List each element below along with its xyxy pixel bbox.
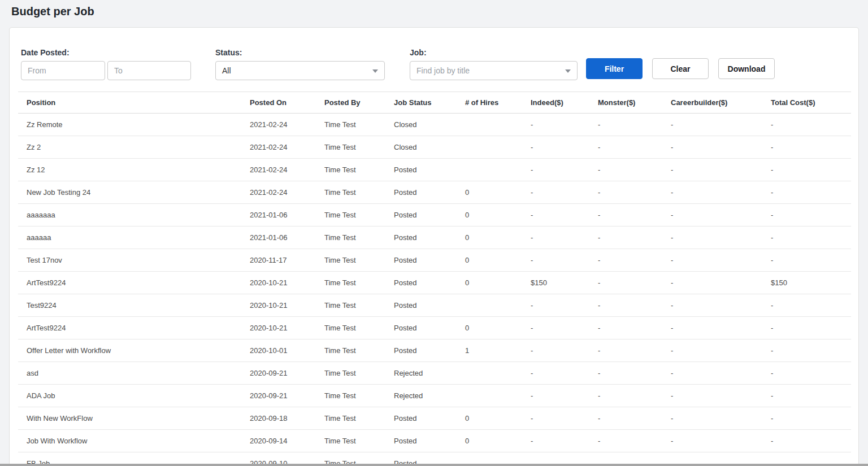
- cell-position: With New WorkFlow: [18, 407, 241, 430]
- cell-position: Job With Workflow: [18, 430, 241, 452]
- status-filter-group: Status: All: [215, 48, 385, 80]
- table-row: Job With Workflow 2020-09-14 Time Test P…: [18, 430, 851, 452]
- cell-careerbuilder: -: [662, 339, 762, 362]
- cell-careerbuilder: -: [662, 204, 762, 227]
- cell-posted-by: Time Test: [316, 407, 385, 430]
- budget-table: Position Posted On Posted By Job Status …: [18, 92, 851, 466]
- download-button[interactable]: Download: [718, 58, 775, 79]
- table-row: Test 17nov 2020-11-17 Time Test Posted 0…: [18, 249, 851, 272]
- cell-total-cost: -: [762, 136, 851, 159]
- cell-careerbuilder: -: [662, 272, 762, 294]
- cell-monster: -: [589, 159, 662, 181]
- table-body: Zz Remote 2021-02-24 Time Test Closed - …: [18, 114, 851, 466]
- cell-posted-on: 2021-01-06: [241, 227, 316, 249]
- cell-total-cost: -: [762, 339, 851, 362]
- cell-total-cost: -: [762, 294, 851, 317]
- status-select[interactable]: All: [215, 61, 385, 80]
- cell-posted-on: 2020-11-17: [241, 249, 316, 272]
- cell-posted-on: 2020-09-18: [241, 407, 316, 430]
- cell-indeed: -: [522, 136, 589, 159]
- cell-total-cost: -: [762, 407, 851, 430]
- cell-position: aaaaaa: [18, 227, 241, 249]
- chevron-down-icon: [565, 69, 571, 73]
- cell-monster: -: [589, 385, 662, 407]
- horizontal-scrollbar[interactable]: [0, 464, 868, 466]
- cell-position: Offer Letter with Workflow: [18, 339, 241, 362]
- table-row: Zz 12 2021-02-24 Time Test Posted - - - …: [18, 159, 851, 181]
- cell-job-status: Posted: [385, 317, 457, 339]
- cell-posted-on: 2020-09-14: [241, 430, 316, 452]
- cell-job-status: Posted: [385, 249, 457, 272]
- cell-careerbuilder: -: [662, 317, 762, 339]
- cell-monster: -: [589, 181, 662, 204]
- cell-total-cost: -: [762, 114, 851, 136]
- table-row: asd 2020-09-21 Time Test Rejected - - - …: [18, 362, 851, 385]
- date-to-input[interactable]: [107, 61, 191, 80]
- clear-button[interactable]: Clear: [652, 58, 709, 79]
- cell-job-status: Posted: [385, 227, 457, 249]
- cell-careerbuilder: -: [662, 385, 762, 407]
- cell-posted-by: Time Test: [316, 204, 385, 227]
- cell-job-status: Posted: [385, 339, 457, 362]
- page-title: Budget per Job: [0, 0, 868, 27]
- table-row: With New WorkFlow 2020-09-18 Time Test P…: [18, 407, 851, 430]
- cell-indeed: -: [522, 181, 589, 204]
- filter-button[interactable]: Filter: [586, 58, 643, 79]
- cell-posted-on: 2021-02-24: [241, 114, 316, 136]
- table-row: Test9224 2020-10-21 Time Test Posted - -…: [18, 294, 851, 317]
- table-row: aaaaaaa 2021-01-06 Time Test Posted 0 - …: [18, 204, 851, 227]
- cell-careerbuilder: -: [662, 227, 762, 249]
- cell-posted-on: 2020-10-21: [241, 317, 316, 339]
- cell-posted-by: Time Test: [316, 114, 385, 136]
- cell-position: Test 17nov: [18, 249, 241, 272]
- cell-job-status: Posted: [385, 181, 457, 204]
- cell-total-cost: -: [762, 181, 851, 204]
- cell-job-status: Rejected: [385, 362, 457, 385]
- table-row: Zz 2 2021-02-24 Time Test Closed - - - -: [18, 136, 851, 159]
- col-header-posted-on: Posted On: [241, 92, 316, 114]
- cell-indeed: -: [522, 204, 589, 227]
- cell-position: ArtTest9224: [18, 317, 241, 339]
- table-row: aaaaaa 2021-01-06 Time Test Posted 0 - -…: [18, 227, 851, 249]
- cell-job-status: Posted: [385, 272, 457, 294]
- cell-posted-on: 2021-02-24: [241, 181, 316, 204]
- cell-hires: 0: [457, 204, 522, 227]
- cell-job-status: Posted: [385, 430, 457, 452]
- status-selected-value: All: [222, 66, 231, 75]
- cell-careerbuilder: -: [662, 407, 762, 430]
- cell-job-status: Posted: [385, 407, 457, 430]
- cell-hires: 0: [457, 407, 522, 430]
- cell-job-status: Closed: [385, 136, 457, 159]
- cell-careerbuilder: -: [662, 362, 762, 385]
- cell-position: Test9224: [18, 294, 241, 317]
- cell-monster: -: [589, 227, 662, 249]
- cell-monster: -: [589, 272, 662, 294]
- cell-monster: -: [589, 114, 662, 136]
- cell-hires: [457, 385, 522, 407]
- cell-posted-by: Time Test: [316, 294, 385, 317]
- cell-position: ArtTest9224: [18, 272, 241, 294]
- cell-indeed: -: [522, 339, 589, 362]
- cell-monster: -: [589, 362, 662, 385]
- job-filter-group: Job: Find job by title: [410, 48, 578, 80]
- cell-position: aaaaaaa: [18, 204, 241, 227]
- col-header-indeed: Indeed($): [522, 92, 589, 114]
- cell-monster: -: [589, 249, 662, 272]
- date-from-input[interactable]: [21, 61, 105, 80]
- cell-posted-on: 2021-02-24: [241, 159, 316, 181]
- cell-posted-on: 2020-09-21: [241, 385, 316, 407]
- cell-total-cost: -: [762, 227, 851, 249]
- cell-careerbuilder: -: [662, 430, 762, 452]
- cell-indeed: -: [522, 407, 589, 430]
- table-row: ArtTest9224 2020-10-21 Time Test Posted …: [18, 272, 851, 294]
- col-header-monster: Monster($): [589, 92, 662, 114]
- cell-total-cost: -: [762, 159, 851, 181]
- cell-position: Zz Remote: [18, 114, 241, 136]
- cell-hires: [457, 362, 522, 385]
- cell-total-cost: -: [762, 317, 851, 339]
- cell-posted-on: 2020-10-01: [241, 339, 316, 362]
- cell-monster: -: [589, 317, 662, 339]
- cell-total-cost: -: [762, 362, 851, 385]
- job-select[interactable]: Find job by title: [410, 61, 578, 80]
- col-header-hires: # of Hires: [457, 92, 522, 114]
